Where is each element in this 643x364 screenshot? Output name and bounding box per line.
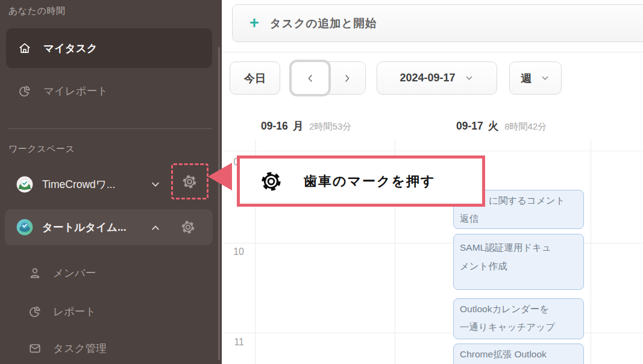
sidebar-item-members[interactable]: メンバー (28, 266, 96, 280)
hour-label: 10 (230, 246, 244, 257)
calendar-event[interactable]: Chrome拡張 Outlook (453, 344, 584, 364)
app-window: あなたの時間 マイタスク マイレポート ワークスペース TimeCrowdワ..… (0, 0, 643, 364)
hour-label: 11 (230, 337, 244, 348)
date-nav-segmented-control (291, 61, 366, 95)
plus-icon: + (249, 15, 259, 31)
event-title-line: Outlookカレンダーを (460, 300, 577, 318)
event-title-line: SAML認証運用ドキュ (460, 238, 577, 257)
date-value: 2024-09-17 (400, 72, 455, 84)
home-icon (18, 42, 31, 55)
workspace-name: TimeCrowdワ... (42, 177, 115, 192)
sidebar-item-my-reports[interactable]: マイレポート (6, 77, 212, 105)
event-title-line: メント作成 (460, 257, 577, 275)
chevron-down-icon (540, 73, 550, 83)
sidebar-item-label: メンバー (53, 266, 96, 280)
person-icon (28, 266, 42, 280)
chevron-down-icon[interactable] (149, 178, 162, 190)
event-title-line: Chrome拡張 Outlook (460, 345, 577, 363)
sidebar-divider (8, 128, 212, 129)
pie-chart-icon (28, 305, 42, 318)
event-title-line: 返信 (460, 210, 577, 228)
sidebar-item-label: マイタスク (43, 41, 98, 55)
calendar-event[interactable]: Outlookカレンダーを 一通りキャッチアップ (453, 298, 584, 339)
date-picker-button[interactable]: 2024-09-17 (377, 61, 497, 95)
day-weekday: 火 (488, 119, 499, 133)
today-label: 今日 (244, 71, 266, 86)
sidebar-item-label: レポート (53, 304, 96, 319)
day-weekday: 月 (293, 119, 304, 133)
workspace-name: タートルタイム... (42, 220, 127, 234)
sidebar-scrollbar[interactable] (218, 47, 220, 360)
chevron-left-icon (305, 73, 316, 84)
sidebar-item-label: タスク管理 (53, 341, 107, 356)
sidebar-item-task-management[interactable]: タスク管理 (28, 341, 107, 356)
day-header-tue: 09-17 火 8時間42分 (456, 119, 547, 133)
prev-button[interactable] (292, 62, 328, 94)
view-mode-button[interactable]: 週 (509, 61, 562, 95)
day-duration: 2時間53分 (309, 121, 351, 133)
sidebar-section-workspace: ワークスペース (8, 143, 75, 155)
pie-chart-icon (18, 84, 31, 98)
annotation-callout: 歯車のマークを押す (237, 155, 485, 207)
add-task-button[interactable]: + タスクの追加と開始 (232, 4, 643, 42)
day-duration: 8時間42分 (504, 121, 547, 133)
day-header-mon: 09-16 月 2時間53分 (261, 119, 351, 133)
grid-line-vertical (591, 139, 591, 364)
annotation-arrow (208, 163, 232, 190)
sidebar-item-reports[interactable]: レポート (28, 304, 96, 319)
workspace-settings-gear-icon[interactable] (181, 220, 195, 234)
chevron-down-icon (464, 73, 474, 83)
workspace-avatar (16, 219, 33, 236)
chevron-right-icon (342, 73, 353, 84)
annotation-label: 歯車のマークを押す (304, 172, 436, 190)
day-date: 09-17 (456, 120, 483, 133)
next-button[interactable] (328, 62, 365, 94)
sidebar-section-your-time: あなたの時間 (8, 5, 65, 17)
add-task-label: タスクの追加と開始 (270, 16, 377, 31)
day-date: 09-16 (261, 120, 288, 133)
event-title-line: 一通りキャッチアップ (460, 318, 577, 336)
sidebar-item-my-tasks[interactable]: マイタスク (6, 28, 212, 68)
today-button[interactable]: 今日 (230, 61, 280, 95)
sidebar-item-label: マイレポート (43, 84, 108, 98)
grid-line-hour (223, 151, 643, 151)
toolbar-divider (222, 52, 643, 52)
view-mode-value: 週 (521, 71, 532, 86)
chevron-up-icon[interactable] (149, 222, 162, 234)
mail-icon (28, 342, 42, 355)
workspace-avatar (16, 176, 33, 193)
gear-icon (260, 171, 282, 192)
calendar-event[interactable]: SAML認証運用ドキュ メント作成 (453, 234, 584, 290)
annotation-dashed-highlight (171, 163, 209, 199)
